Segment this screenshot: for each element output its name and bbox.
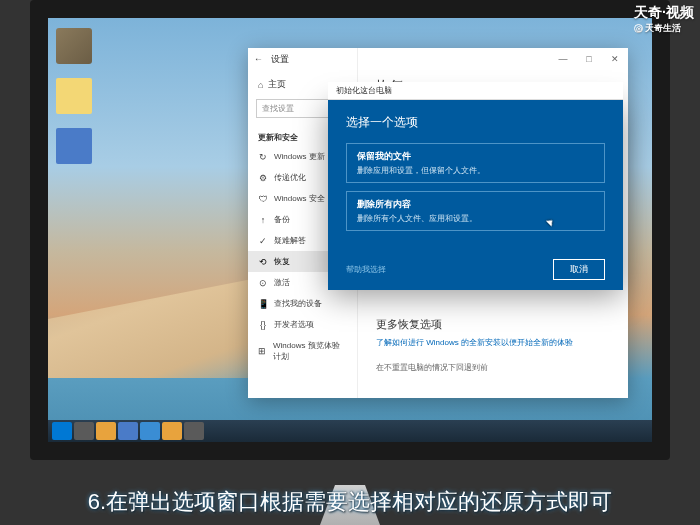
target-icon: ◎ (634, 24, 643, 33)
taskbar (48, 420, 652, 442)
modal-heading: 选择一个选项 (346, 114, 605, 131)
home-label: 主页 (268, 78, 286, 91)
window-controls: — □ ✕ (550, 48, 628, 70)
option-title: 删除所有内容 (357, 198, 594, 211)
maximize-icon[interactable]: □ (576, 48, 602, 70)
modal-titlebar: 初始化这台电脑 (328, 82, 623, 100)
screen: ← 设置 — □ ✕ ⌂ 主页 查找设置 更新和安全 ↻Windows 更新 ⚙… (48, 18, 652, 442)
window-title: 设置 (271, 53, 289, 66)
key-icon: ⊙ (258, 278, 268, 288)
taskbar-app[interactable] (162, 422, 182, 440)
sidebar-item-insider[interactable]: ⊞Windows 预览体验计划 (248, 335, 357, 367)
option-keep-files[interactable]: 保留我的文件 删除应用和设置，但保留个人文件。 (346, 143, 605, 183)
phone-icon: 📱 (258, 299, 268, 309)
taskbar-app[interactable] (140, 422, 160, 440)
close-icon[interactable]: ✕ (602, 48, 628, 70)
desktop-icon-app[interactable] (56, 128, 92, 164)
help-link[interactable]: 帮助我选择 (346, 264, 386, 275)
option-description: 删除所有个人文件、应用和设置。 (357, 213, 594, 224)
cursor-icon (548, 218, 556, 230)
sidebar-item-developer[interactable]: {}开发者选项 (248, 314, 357, 335)
sidebar-item-findmydevice[interactable]: 📱查找我的设备 (248, 293, 357, 314)
monitor-frame: ← 设置 — □ ✕ ⌂ 主页 查找设置 更新和安全 ↻Windows 更新 ⚙… (30, 0, 670, 460)
option-description: 删除应用和设置，但保留个人文件。 (357, 165, 594, 176)
option-title: 保留我的文件 (357, 150, 594, 163)
watermark: 天奇·视频 ◎天奇生活 (634, 4, 694, 35)
desktop-icon-folder[interactable] (56, 78, 92, 114)
video-caption: 6.在弹出选项窗口根据需要选择相对应的还原方式即可 (0, 487, 700, 517)
taskbar-app[interactable] (184, 422, 204, 440)
desktop-icon-recycle[interactable] (56, 28, 92, 64)
reset-modal: 初始化这台电脑 选择一个选项 保留我的文件 删除应用和设置，但保留个人文件。 删… (328, 100, 623, 290)
taskbar-search[interactable] (74, 422, 94, 440)
more-options-title: 更多恢复选项 (376, 317, 610, 332)
home-icon: ⌂ (258, 80, 263, 90)
shield-icon: 🛡 (258, 194, 268, 204)
sync-icon: ↻ (258, 152, 268, 162)
back-icon[interactable]: ← (254, 54, 263, 64)
watermark-main: 天奇·视频 (634, 4, 694, 22)
watermark-sub: 天奇生活 (645, 22, 681, 35)
taskbar-start[interactable] (52, 422, 72, 440)
cancel-button[interactable]: 取消 (553, 259, 605, 280)
taskbar-explorer[interactable] (96, 422, 116, 440)
code-icon: {} (258, 320, 268, 330)
recovery-icon: ⟲ (258, 257, 268, 267)
minimize-icon[interactable]: — (550, 48, 576, 70)
bottom-text: 在不重置电脑的情况下回退到前 (376, 362, 610, 373)
check-icon: ✓ (258, 236, 268, 246)
taskbar-edge[interactable] (118, 422, 138, 440)
option-remove-all[interactable]: 删除所有内容 删除所有个人文件、应用和设置。 (346, 191, 605, 231)
backup-icon: ↑ (258, 215, 268, 225)
more-options-link[interactable]: 了解如何进行 Windows 的全新安装以便开始全新的体验 (376, 337, 610, 348)
windows-icon: ⊞ (258, 346, 267, 356)
gear-icon: ⚙ (258, 173, 268, 183)
